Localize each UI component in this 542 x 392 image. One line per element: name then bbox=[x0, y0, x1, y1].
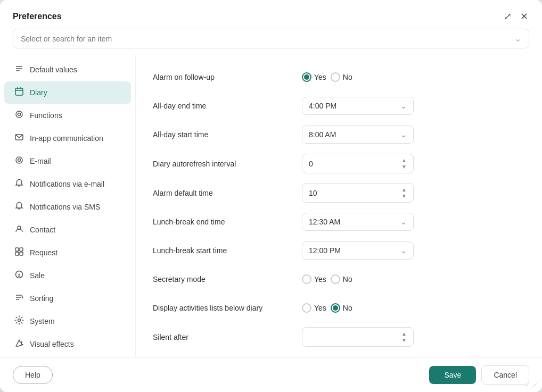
field-control-display-activities: YesNo bbox=[302, 303, 525, 313]
spinner-up[interactable]: ▲ bbox=[401, 331, 407, 337]
spinner-diary-autorefresh[interactable]: 0▲▼ bbox=[302, 154, 414, 173]
sidebar-label-sale: Sale bbox=[30, 271, 45, 280]
field-label-secretary-mode: Secretary mode bbox=[153, 275, 302, 283]
spinner-silent-after[interactable]: ▲▼ bbox=[302, 327, 414, 347]
resize-handle[interactable]: ⟋⟋ bbox=[524, 380, 539, 389]
svg-point-12 bbox=[18, 226, 21, 229]
radio-option-display-activities-no[interactable]: No bbox=[331, 303, 352, 313]
sidebar-item-notifications-email[interactable]: Notifications via e-mail bbox=[4, 173, 131, 195]
radio-circle-display-activities-no bbox=[331, 303, 340, 313]
notifications-email-icon bbox=[14, 178, 24, 190]
sidebar-item-request[interactable]: Request bbox=[4, 241, 131, 264]
radio-label-display-activities-no: No bbox=[343, 304, 352, 312]
sorting-icon bbox=[14, 293, 24, 304]
field-label-silent-after: Silent after bbox=[153, 333, 302, 341]
spinner-up[interactable]: ▲ bbox=[401, 187, 407, 193]
radio-label-display-activities-yes: Yes bbox=[314, 304, 326, 312]
dropdown-arrow-lunch-break-end: ⌄ bbox=[400, 218, 407, 226]
field-control-alarm-default-time: 10▲▼ bbox=[302, 183, 525, 203]
spinner-arrows-diary-autorefresh[interactable]: ▲▼ bbox=[401, 157, 407, 170]
field-label-alarm-on-followup: Alarm on follow-up bbox=[153, 73, 302, 81]
spinner-arrows-alarm-default-time[interactable]: ▲▼ bbox=[401, 187, 407, 199]
radio-option-secretary-mode-no[interactable]: No bbox=[331, 274, 352, 284]
save-button[interactable]: Save bbox=[429, 366, 476, 384]
spinner-up[interactable]: ▲ bbox=[401, 157, 407, 163]
radio-option-secretary-mode-yes[interactable]: Yes bbox=[302, 274, 326, 284]
svg-rect-13 bbox=[15, 248, 19, 251]
field-row-display-activities: Display activities lists below diaryYesN… bbox=[153, 298, 525, 318]
spinner-down[interactable]: ▼ bbox=[401, 193, 407, 199]
field-row-all-day-start-time: All-day start time8:00 AM⌄ bbox=[153, 125, 525, 144]
dropdown-arrow-all-day-end-time: ⌄ bbox=[400, 102, 407, 110]
svg-point-8 bbox=[18, 113, 21, 116]
field-control-all-day-start-time: 8:00 AM⌄ bbox=[302, 126, 525, 144]
field-label-lunch-break-end: Lunch-break end time bbox=[153, 218, 302, 226]
dropdown-all-day-end-time[interactable]: 4:00 PM⌄ bbox=[302, 97, 414, 115]
field-row-diary-autorefresh: Diary autorefresh interval0▲▼ bbox=[153, 154, 525, 173]
spinner-value-diary-autorefresh: 0 bbox=[309, 160, 313, 168]
search-bar: ⌄ bbox=[13, 29, 529, 48]
spinner-down[interactable]: ▼ bbox=[401, 337, 407, 343]
spinner-arrows-silent-after[interactable]: ▲▼ bbox=[401, 331, 407, 343]
radio-option-display-activities-yes[interactable]: Yes bbox=[302, 303, 326, 313]
svg-rect-16 bbox=[20, 252, 23, 255]
sidebar-item-system[interactable]: System bbox=[4, 310, 131, 332]
dropdown-all-day-start-time[interactable]: 8:00 AM⌄ bbox=[302, 126, 414, 144]
dropdown-arrow-lunch-break-start: ⌄ bbox=[400, 246, 407, 255]
sidebar-label-in-app-communication: In-app communication bbox=[30, 134, 103, 143]
svg-rect-15 bbox=[15, 252, 19, 255]
radio-option-alarm-on-followup-no[interactable]: No bbox=[331, 72, 352, 82]
spinner-down[interactable]: ▼ bbox=[401, 164, 407, 170]
preferences-modal: Preferences ⤢ ✕ ⌄ Default valuesDiaryFun… bbox=[0, 0, 542, 392]
field-row-alarm-default-time: Alarm default time10▲▼ bbox=[153, 183, 525, 203]
radio-circle-alarm-on-followup-yes bbox=[302, 72, 311, 82]
default-values-icon bbox=[14, 64, 24, 76]
sidebar-item-default-values[interactable]: Default values bbox=[4, 59, 131, 81]
radio-circle-secretary-mode-no bbox=[331, 274, 340, 284]
radio-option-alarm-on-followup-yes[interactable]: Yes bbox=[302, 72, 326, 82]
field-row-lunch-break-start: Lunch-break start time12:00 PM⌄ bbox=[153, 241, 525, 260]
sidebar: Default valuesDiaryFunctionsIn-app commu… bbox=[0, 55, 136, 357]
field-label-all-day-start-time: All-day start time bbox=[153, 130, 302, 139]
field-label-all-day-end-time: All-day end time bbox=[153, 102, 302, 110]
search-input[interactable] bbox=[21, 35, 514, 43]
sidebar-label-contact: Contact bbox=[30, 226, 55, 234]
sidebar-label-default-values: Default values bbox=[30, 65, 77, 74]
sidebar-item-notifications-sms[interactable]: Notifications via SMS bbox=[4, 196, 131, 218]
cancel-button[interactable]: Cancel bbox=[481, 365, 529, 385]
spinner-alarm-default-time[interactable]: 10▲▼ bbox=[302, 183, 414, 203]
search-input-wrap[interactable]: ⌄ bbox=[13, 29, 529, 48]
sidebar-item-sorting[interactable]: Sorting bbox=[4, 287, 131, 310]
dropdown-lunch-break-end[interactable]: 12:30 AM⌄ bbox=[302, 213, 414, 231]
search-chevron-icon: ⌄ bbox=[514, 34, 521, 44]
functions-icon bbox=[14, 110, 24, 121]
diary-icon bbox=[14, 87, 24, 98]
svg-point-7 bbox=[16, 111, 22, 118]
svg-rect-3 bbox=[15, 88, 23, 95]
sidebar-item-diary[interactable]: Diary bbox=[4, 81, 131, 104]
sidebar-item-sale[interactable]: $Sale bbox=[4, 264, 131, 287]
close-button[interactable]: ✕ bbox=[519, 10, 529, 23]
sidebar-item-in-app-communication[interactable]: In-app communication bbox=[4, 127, 131, 149]
help-button[interactable]: Help bbox=[13, 366, 53, 384]
field-label-alarm-default-time: Alarm default time bbox=[153, 189, 302, 197]
field-control-alarm-on-followup: YesNo bbox=[302, 72, 525, 82]
modal-header: Preferences ⤢ ✕ bbox=[0, 0, 542, 29]
radio-group-alarm-on-followup: YesNo bbox=[302, 72, 352, 82]
sidebar-item-visual-effects[interactable]: Visual effects bbox=[4, 333, 131, 355]
e-mail-icon bbox=[14, 155, 24, 167]
expand-button[interactable]: ⤢ bbox=[503, 10, 513, 23]
dropdown-value-lunch-break-start: 12:00 PM bbox=[309, 246, 341, 255]
sidebar-label-diary: Diary bbox=[30, 88, 47, 97]
field-label-lunch-break-start: Lunch-break start time bbox=[153, 246, 302, 255]
system-icon bbox=[14, 315, 24, 327]
sidebar-item-e-mail[interactable]: E-mail bbox=[4, 150, 131, 172]
field-control-diary-autorefresh: 0▲▼ bbox=[302, 154, 525, 173]
modal-body: Default valuesDiaryFunctionsIn-app commu… bbox=[0, 55, 542, 357]
dropdown-lunch-break-start[interactable]: 12:00 PM⌄ bbox=[302, 241, 414, 260]
sidebar-item-contact[interactable]: Contact bbox=[4, 219, 131, 241]
sidebar-item-functions[interactable]: Functions bbox=[4, 104, 131, 127]
field-label-display-activities: Display activities lists below diary bbox=[153, 304, 302, 312]
modal-title: Preferences bbox=[13, 12, 62, 21]
close-icon: ✕ bbox=[520, 11, 528, 22]
